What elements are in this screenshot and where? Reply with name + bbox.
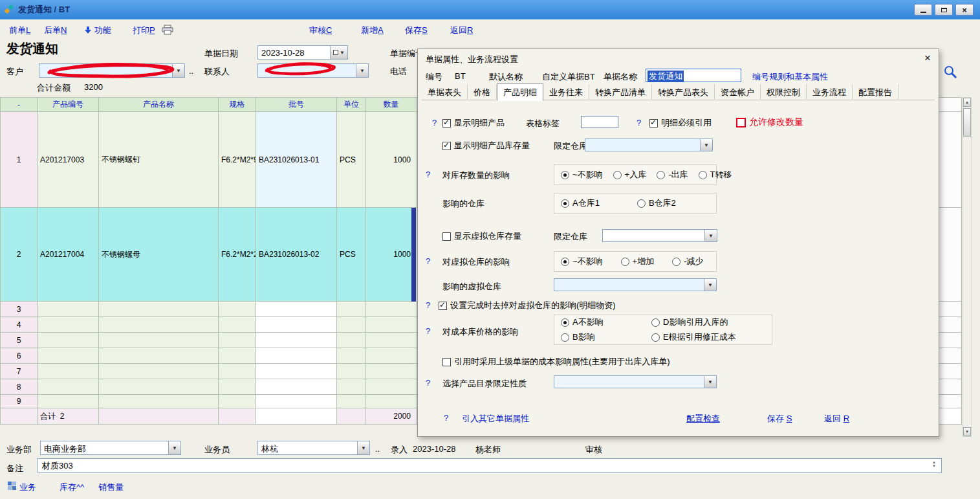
minimize-button[interactable] — [914, 4, 932, 16]
help-icon[interactable]: ? — [432, 118, 437, 128]
affect-warehouse-group: A仓库1 B仓库2 — [554, 193, 717, 214]
radio-stock-in[interactable]: +入库 — [613, 169, 647, 181]
printer-icon[interactable] — [162, 25, 173, 37]
salesman-more-button[interactable]: .. — [375, 444, 380, 454]
dtab-convert-header[interactable]: 转换产品表头 — [652, 84, 715, 100]
prev-doc-button[interactable]: 前单L — [9, 25, 30, 36]
tab-sales-volume[interactable]: 销售量 — [98, 482, 124, 493]
dtab-workflow[interactable]: 业务流程 — [807, 84, 853, 100]
chevron-down-icon[interactable]: ▼ — [357, 441, 369, 454]
radio-virtual-no-effect[interactable]: ~不影响 — [561, 256, 603, 267]
search-icon[interactable] — [943, 65, 957, 81]
dept-combo[interactable]: 电商业务部 ▼ — [40, 441, 181, 455]
calendar-dropdown-button[interactable]: ▼ — [330, 46, 347, 59]
scrollbar-thumb[interactable] — [963, 108, 971, 137]
chevron-down-icon[interactable]: ▼ — [704, 230, 717, 241]
doc-name-input[interactable]: 发货通知 — [646, 69, 741, 82]
grid-icon — [8, 482, 16, 492]
allow-modify-qty-checkbox[interactable]: 允许修改数量 — [736, 116, 803, 128]
show-detail-checkbox[interactable]: 显示明细产品 — [442, 117, 505, 129]
print-button[interactable]: 打印P — [133, 25, 155, 36]
salesman-combo[interactable]: 林杭 ▼ — [257, 441, 370, 455]
audit-button[interactable]: 审核C — [309, 25, 332, 36]
show-stock-checkbox[interactable]: 显示明细产品库存量 — [442, 140, 530, 151]
remove-virtual-effect-checkbox[interactable]: 设置完成时去掉对虚拟仓库的影响(明细物资) — [439, 300, 616, 311]
help-icon[interactable]: ? — [426, 170, 430, 179]
limit-warehouse-combo[interactable]: ▼ — [585, 139, 713, 151]
inherit-cost-checkbox[interactable]: 引用时采用上级单据的成本影响属性(主要用于出库入库单) — [442, 356, 670, 368]
chevron-down-icon[interactable]: ▼ — [168, 441, 180, 454]
chevron-down-icon[interactable]: ▼ — [356, 64, 368, 77]
limit-warehouse2-combo[interactable]: ▼ — [602, 229, 717, 242]
next-doc-button[interactable]: 后单N — [44, 25, 67, 36]
dtab-permission[interactable]: 权限控制 — [761, 84, 807, 100]
dtab-convert-list[interactable]: 转换产品清单 — [589, 84, 652, 100]
dtab-report-config[interactable]: 配置报告 — [853, 84, 898, 100]
col-header-unit[interactable]: 单位 — [337, 98, 366, 112]
radio-cost-ref-in[interactable]: D影响引用入库的 — [651, 316, 736, 328]
help-icon[interactable]: ? — [426, 378, 430, 388]
radio-selected-icon — [561, 318, 569, 327]
dtab-fund-account[interactable]: 资金帐户 — [715, 84, 761, 100]
chevron-down-icon[interactable]: ▼ — [700, 139, 712, 151]
scroll-up-button[interactable]: ▲ — [963, 98, 971, 107]
radio-virtual-increase[interactable]: +增加 — [621, 256, 655, 267]
col-header-spec[interactable]: 规格 — [219, 98, 256, 112]
dtab-business-contacts[interactable]: 业务往来 — [543, 84, 589, 100]
help-icon[interactable]: ? — [426, 326, 430, 336]
col-header-qty[interactable]: 数量 — [366, 98, 417, 112]
add-button[interactable]: 新增A — [361, 25, 384, 36]
radio-cost-effect-b[interactable]: B影响 — [561, 331, 651, 343]
redaction-scribble — [38, 60, 184, 80]
import-props-link[interactable]: 引入其它单据属性 — [462, 413, 529, 425]
radio-no-effect[interactable]: ~不影响 — [561, 169, 603, 181]
remark-spinner[interactable]: ▲▼ — [932, 460, 936, 468]
show-virtual-stock-checkbox[interactable]: 显示虚拟仓库存量 — [442, 230, 521, 242]
function-button[interactable]: 功能 — [84, 25, 111, 36]
table-tag-input[interactable] — [581, 116, 618, 128]
tab-inventory[interactable]: 库存^^ — [60, 482, 84, 493]
numbering-rules-link[interactable]: 编号规则和基本属性 — [752, 71, 828, 83]
footer-qty-total: 2000 — [366, 408, 417, 425]
dialog-back-link[interactable]: 返回 R — [824, 413, 849, 425]
chevron-down-icon[interactable]: ▼ — [704, 376, 716, 388]
help-icon[interactable]: ? — [444, 413, 448, 423]
chevron-down-icon[interactable]: ▼ — [704, 279, 716, 291]
scroll-down-button[interactable]: ▼ — [963, 427, 971, 436]
dtab-price[interactable]: 价格 — [468, 84, 497, 100]
radio-transfer[interactable]: T转移 — [699, 169, 732, 181]
maximize-button[interactable] — [935, 4, 953, 16]
save-button[interactable]: 保存S — [405, 25, 428, 36]
date-picker[interactable]: 2023-10-28 ▼ — [257, 45, 348, 60]
radio-stock-out[interactable]: -出库 — [657, 169, 688, 181]
col-header-name[interactable]: 产品名称 — [99, 98, 219, 112]
help-icon[interactable]: ? — [426, 300, 430, 310]
tab-business[interactable]: 业务 — [19, 482, 36, 493]
must-ref-checkbox[interactable]: 明细必须引用 — [649, 117, 712, 129]
dtab-doc-header[interactable]: 单据表头 — [422, 84, 468, 100]
virtual-warehouse-combo[interactable]: ▼ — [554, 278, 717, 291]
dialog-save-link[interactable]: 保存 S — [767, 413, 792, 425]
remark-input[interactable] — [38, 458, 942, 473]
radio-virtual-decrease[interactable]: -减少 — [672, 256, 703, 267]
radio-cost-correct[interactable]: E根据引用修正成本 — [651, 331, 736, 343]
customer-label: 客户 — [6, 66, 23, 78]
close-button[interactable]: × — [955, 4, 974, 16]
customer-more-button[interactable]: .. — [189, 66, 193, 76]
help-icon[interactable]: ? — [426, 256, 430, 266]
dialog-close-icon[interactable]: × — [924, 52, 931, 65]
table-scrollbar[interactable]: ▲ ▼ — [963, 97, 972, 437]
total-amount-value: 3200 — [84, 82, 103, 92]
radio-warehouse-a[interactable]: A仓库1 — [561, 197, 600, 209]
config-check-link[interactable]: 配置检查 — [686, 413, 720, 425]
dtab-product-detail[interactable]: 产品明细 — [497, 83, 543, 101]
back-button[interactable]: 返回R — [450, 25, 473, 36]
col-header-batch[interactable]: 批号 — [256, 98, 337, 112]
col-header-index[interactable]: - — [1, 98, 38, 112]
radio-cost-no-effect[interactable]: A不影响 — [561, 316, 651, 328]
radio-warehouse-b[interactable]: B仓库2 — [637, 197, 676, 209]
col-header-code[interactable]: 产品编号 — [38, 98, 99, 112]
phone-label: 电话 — [390, 66, 407, 78]
catalog-limit-combo[interactable]: ▼ — [554, 375, 717, 388]
help-icon[interactable]: ? — [637, 118, 641, 128]
